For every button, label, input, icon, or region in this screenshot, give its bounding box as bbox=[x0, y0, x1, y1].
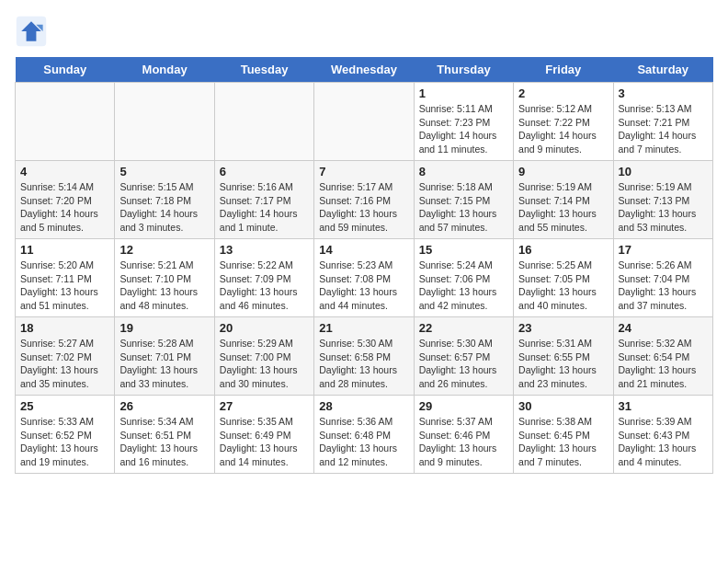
logo-icon bbox=[15, 15, 48, 48]
calendar-week: 11Sunrise: 5:20 AM Sunset: 7:11 PM Dayli… bbox=[16, 239, 713, 317]
weekday-header: Wednesday bbox=[314, 57, 414, 83]
day-number: 22 bbox=[419, 321, 508, 335]
day-number: 25 bbox=[20, 399, 109, 413]
calendar-cell: 3Sunrise: 5:13 AM Sunset: 7:21 PM Daylig… bbox=[613, 83, 712, 161]
calendar-cell: 30Sunrise: 5:38 AM Sunset: 6:45 PM Dayli… bbox=[514, 396, 613, 474]
day-number: 6 bbox=[220, 165, 309, 178]
day-info: Sunrise: 5:27 AM Sunset: 7:02 PM Dayligh… bbox=[20, 337, 109, 391]
calendar-cell: 19Sunrise: 5:28 AM Sunset: 7:01 PM Dayli… bbox=[115, 317, 214, 396]
day-number: 12 bbox=[119, 243, 209, 257]
day-info: Sunrise: 5:16 AM Sunset: 7:17 PM Dayligh… bbox=[220, 180, 309, 235]
day-info: Sunrise: 5:19 AM Sunset: 7:13 PM Dayligh… bbox=[619, 180, 708, 235]
day-number: 28 bbox=[319, 399, 408, 413]
calendar-cell bbox=[214, 83, 313, 161]
calendar-cell: 22Sunrise: 5:30 AM Sunset: 6:57 PM Dayli… bbox=[414, 317, 513, 396]
calendar-cell: 16Sunrise: 5:25 AM Sunset: 7:05 PM Dayli… bbox=[514, 239, 613, 317]
day-number: 2 bbox=[518, 86, 608, 100]
calendar-week: 18Sunrise: 5:27 AM Sunset: 7:02 PM Dayli… bbox=[16, 317, 713, 396]
day-info: Sunrise: 5:21 AM Sunset: 7:10 PM Dayligh… bbox=[119, 259, 209, 313]
day-info: Sunrise: 5:28 AM Sunset: 7:01 PM Dayligh… bbox=[119, 337, 209, 391]
page-header bbox=[15, 15, 713, 48]
calendar-table: SundayMondayTuesdayWednesdayThursdayFrid… bbox=[15, 57, 713, 474]
day-info: Sunrise: 5:19 AM Sunset: 7:14 PM Dayligh… bbox=[518, 180, 608, 235]
day-info: Sunrise: 5:26 AM Sunset: 7:04 PM Dayligh… bbox=[619, 259, 708, 313]
calendar-cell: 26Sunrise: 5:34 AM Sunset: 6:51 PM Dayli… bbox=[115, 396, 214, 474]
day-info: Sunrise: 5:39 AM Sunset: 6:43 PM Dayligh… bbox=[619, 415, 708, 469]
day-number: 20 bbox=[220, 321, 309, 335]
day-info: Sunrise: 5:31 AM Sunset: 6:55 PM Dayligh… bbox=[518, 337, 608, 391]
day-number: 31 bbox=[619, 399, 708, 413]
calendar-cell: 17Sunrise: 5:26 AM Sunset: 7:04 PM Dayli… bbox=[613, 239, 712, 317]
calendar-body: 1Sunrise: 5:11 AM Sunset: 7:23 PM Daylig… bbox=[16, 83, 713, 474]
calendar-cell: 18Sunrise: 5:27 AM Sunset: 7:02 PM Dayli… bbox=[16, 317, 115, 396]
day-number: 13 bbox=[220, 243, 309, 257]
calendar-cell: 13Sunrise: 5:22 AM Sunset: 7:09 PM Dayli… bbox=[214, 239, 313, 317]
day-number: 5 bbox=[119, 165, 209, 178]
day-info: Sunrise: 5:35 AM Sunset: 6:49 PM Dayligh… bbox=[220, 415, 309, 469]
calendar-cell bbox=[16, 83, 115, 161]
day-number: 26 bbox=[119, 399, 209, 413]
day-info: Sunrise: 5:30 AM Sunset: 6:58 PM Dayligh… bbox=[319, 337, 408, 391]
calendar-header: SundayMondayTuesdayWednesdayThursdayFrid… bbox=[16, 57, 713, 83]
day-info: Sunrise: 5:15 AM Sunset: 7:18 PM Dayligh… bbox=[119, 180, 209, 235]
calendar-cell: 24Sunrise: 5:32 AM Sunset: 6:54 PM Dayli… bbox=[613, 317, 712, 396]
calendar-cell: 20Sunrise: 5:29 AM Sunset: 7:00 PM Dayli… bbox=[214, 317, 313, 396]
calendar-week: 4Sunrise: 5:14 AM Sunset: 7:20 PM Daylig… bbox=[16, 161, 713, 239]
calendar-cell: 31Sunrise: 5:39 AM Sunset: 6:43 PM Dayli… bbox=[613, 396, 712, 474]
weekday-row: SundayMondayTuesdayWednesdayThursdayFrid… bbox=[16, 57, 713, 83]
calendar-cell: 14Sunrise: 5:23 AM Sunset: 7:08 PM Dayli… bbox=[314, 239, 414, 317]
calendar-cell: 9Sunrise: 5:19 AM Sunset: 7:14 PM Daylig… bbox=[514, 161, 613, 239]
day-info: Sunrise: 5:22 AM Sunset: 7:09 PM Dayligh… bbox=[220, 259, 309, 313]
day-info: Sunrise: 5:14 AM Sunset: 7:20 PM Dayligh… bbox=[20, 180, 109, 235]
day-number: 21 bbox=[319, 321, 408, 335]
day-number: 19 bbox=[119, 321, 209, 335]
calendar-cell: 8Sunrise: 5:18 AM Sunset: 7:15 PM Daylig… bbox=[414, 161, 513, 239]
calendar-cell: 2Sunrise: 5:12 AM Sunset: 7:22 PM Daylig… bbox=[514, 83, 613, 161]
day-info: Sunrise: 5:23 AM Sunset: 7:08 PM Dayligh… bbox=[319, 259, 408, 313]
day-info: Sunrise: 5:38 AM Sunset: 6:45 PM Dayligh… bbox=[518, 415, 608, 469]
weekday-header: Saturday bbox=[613, 57, 712, 83]
calendar-cell: 29Sunrise: 5:37 AM Sunset: 6:46 PM Dayli… bbox=[414, 396, 513, 474]
day-info: Sunrise: 5:37 AM Sunset: 6:46 PM Dayligh… bbox=[419, 415, 508, 469]
day-info: Sunrise: 5:33 AM Sunset: 6:52 PM Dayligh… bbox=[20, 415, 109, 469]
calendar-week: 1Sunrise: 5:11 AM Sunset: 7:23 PM Daylig… bbox=[16, 83, 713, 161]
day-info: Sunrise: 5:32 AM Sunset: 6:54 PM Dayligh… bbox=[619, 337, 708, 391]
day-number: 16 bbox=[518, 243, 608, 257]
day-number: 14 bbox=[319, 243, 408, 257]
day-info: Sunrise: 5:12 AM Sunset: 7:22 PM Dayligh… bbox=[518, 102, 608, 156]
day-info: Sunrise: 5:18 AM Sunset: 7:15 PM Dayligh… bbox=[419, 180, 508, 235]
day-info: Sunrise: 5:29 AM Sunset: 7:00 PM Dayligh… bbox=[220, 337, 309, 391]
calendar-cell: 28Sunrise: 5:36 AM Sunset: 6:48 PM Dayli… bbox=[314, 396, 414, 474]
day-info: Sunrise: 5:25 AM Sunset: 7:05 PM Dayligh… bbox=[518, 259, 608, 313]
calendar-cell: 25Sunrise: 5:33 AM Sunset: 6:52 PM Dayli… bbox=[16, 396, 115, 474]
calendar-cell: 7Sunrise: 5:17 AM Sunset: 7:16 PM Daylig… bbox=[314, 161, 414, 239]
day-number: 11 bbox=[20, 243, 109, 257]
calendar-cell: 21Sunrise: 5:30 AM Sunset: 6:58 PM Dayli… bbox=[314, 317, 414, 396]
day-number: 27 bbox=[220, 399, 309, 413]
calendar-cell: 27Sunrise: 5:35 AM Sunset: 6:49 PM Dayli… bbox=[214, 396, 313, 474]
calendar-cell: 4Sunrise: 5:14 AM Sunset: 7:20 PM Daylig… bbox=[16, 161, 115, 239]
day-info: Sunrise: 5:11 AM Sunset: 7:23 PM Dayligh… bbox=[419, 102, 508, 156]
day-number: 23 bbox=[518, 321, 608, 335]
day-number: 1 bbox=[419, 86, 508, 100]
day-info: Sunrise: 5:24 AM Sunset: 7:06 PM Dayligh… bbox=[419, 259, 508, 313]
calendar-cell: 11Sunrise: 5:20 AM Sunset: 7:11 PM Dayli… bbox=[16, 239, 115, 317]
day-info: Sunrise: 5:30 AM Sunset: 6:57 PM Dayligh… bbox=[419, 337, 508, 391]
calendar-cell: 5Sunrise: 5:15 AM Sunset: 7:18 PM Daylig… bbox=[115, 161, 214, 239]
day-info: Sunrise: 5:34 AM Sunset: 6:51 PM Dayligh… bbox=[119, 415, 209, 469]
day-number: 7 bbox=[319, 165, 408, 178]
calendar-cell: 15Sunrise: 5:24 AM Sunset: 7:06 PM Dayli… bbox=[414, 239, 513, 317]
weekday-header: Sunday bbox=[16, 57, 115, 83]
weekday-header: Tuesday bbox=[214, 57, 313, 83]
day-number: 24 bbox=[619, 321, 708, 335]
calendar-cell: 23Sunrise: 5:31 AM Sunset: 6:55 PM Dayli… bbox=[514, 317, 613, 396]
calendar-cell bbox=[115, 83, 214, 161]
calendar-cell: 1Sunrise: 5:11 AM Sunset: 7:23 PM Daylig… bbox=[414, 83, 513, 161]
calendar-cell: 12Sunrise: 5:21 AM Sunset: 7:10 PM Dayli… bbox=[115, 239, 214, 317]
day-number: 30 bbox=[518, 399, 608, 413]
day-number: 9 bbox=[518, 165, 608, 178]
logo bbox=[15, 15, 51, 48]
day-number: 10 bbox=[619, 165, 708, 178]
weekday-header: Friday bbox=[514, 57, 613, 83]
calendar-cell bbox=[314, 83, 414, 161]
